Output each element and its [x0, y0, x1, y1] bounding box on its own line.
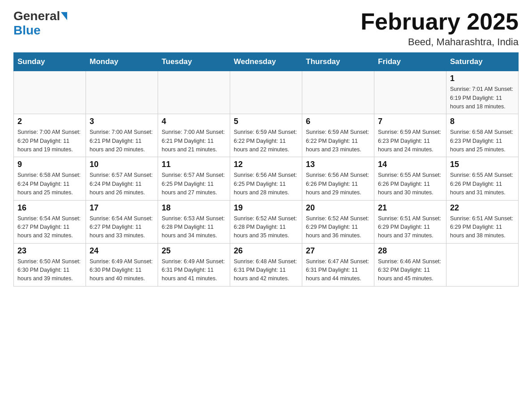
calendar-cell	[86, 71, 158, 114]
calendar-cell: 12Sunrise: 6:56 AM Sunset: 6:25 PM Dayli…	[230, 157, 302, 200]
calendar-cell: 11Sunrise: 6:57 AM Sunset: 6:25 PM Dayli…	[158, 157, 230, 200]
calendar-cell: 3Sunrise: 7:00 AM Sunset: 6:21 PM Daylig…	[86, 114, 158, 157]
calendar-week-row: 23Sunrise: 6:50 AM Sunset: 6:30 PM Dayli…	[14, 243, 519, 286]
day-info: Sunrise: 6:51 AM Sunset: 6:29 PM Dayligh…	[378, 214, 442, 240]
calendar-cell: 15Sunrise: 6:55 AM Sunset: 6:26 PM Dayli…	[446, 157, 519, 200]
day-info: Sunrise: 6:53 AM Sunset: 6:28 PM Dayligh…	[162, 214, 226, 240]
calendar-cell: 16Sunrise: 6:54 AM Sunset: 6:27 PM Dayli…	[14, 200, 86, 243]
calendar-cell: 2Sunrise: 7:00 AM Sunset: 6:20 PM Daylig…	[14, 114, 86, 157]
day-number: 4	[162, 117, 226, 126]
day-number: 24	[90, 246, 154, 256]
calendar-week-row: 2Sunrise: 7:00 AM Sunset: 6:20 PM Daylig…	[14, 114, 519, 157]
calendar-cell: 20Sunrise: 6:52 AM Sunset: 6:29 PM Dayli…	[302, 200, 374, 243]
column-header-monday: Monday	[86, 53, 158, 71]
day-number: 20	[306, 203, 370, 213]
day-info: Sunrise: 6:46 AM Sunset: 6:32 PM Dayligh…	[378, 257, 442, 283]
calendar-cell: 4Sunrise: 7:00 AM Sunset: 6:21 PM Daylig…	[158, 114, 230, 157]
page-header: General Blue February 2025 Beed, Maharas…	[13, 9, 519, 48]
calendar-cell: 19Sunrise: 6:52 AM Sunset: 6:28 PM Dayli…	[230, 200, 302, 243]
calendar-cell: 25Sunrise: 6:49 AM Sunset: 6:31 PM Dayli…	[158, 243, 230, 286]
calendar-cell	[14, 71, 86, 114]
day-info: Sunrise: 7:00 AM Sunset: 6:21 PM Dayligh…	[90, 128, 154, 154]
column-header-friday: Friday	[374, 53, 446, 71]
calendar-cell: 5Sunrise: 6:59 AM Sunset: 6:22 PM Daylig…	[230, 114, 302, 157]
calendar-cell: 17Sunrise: 6:54 AM Sunset: 6:27 PM Dayli…	[86, 200, 158, 243]
calendar-cell: 8Sunrise: 6:58 AM Sunset: 6:23 PM Daylig…	[446, 114, 519, 157]
day-number: 26	[234, 246, 298, 256]
day-number: 17	[90, 203, 154, 213]
day-info: Sunrise: 6:49 AM Sunset: 6:30 PM Dayligh…	[90, 257, 154, 283]
day-info: Sunrise: 6:57 AM Sunset: 6:25 PM Dayligh…	[162, 171, 226, 197]
day-info: Sunrise: 7:01 AM Sunset: 6:19 PM Dayligh…	[450, 85, 515, 111]
title-section: February 2025 Beed, Maharashtra, India	[360, 9, 519, 48]
day-number: 6	[306, 117, 370, 126]
day-number: 18	[162, 203, 226, 213]
calendar-cell: 18Sunrise: 6:53 AM Sunset: 6:28 PM Dayli…	[158, 200, 230, 243]
day-number: 13	[306, 160, 370, 169]
day-number: 9	[17, 160, 82, 169]
calendar-table: SundayMondayTuesdayWednesdayThursdayFrid…	[13, 52, 519, 287]
day-number: 11	[162, 160, 226, 169]
day-info: Sunrise: 6:54 AM Sunset: 6:27 PM Dayligh…	[17, 214, 82, 240]
calendar-cell: 28Sunrise: 6:46 AM Sunset: 6:32 PM Dayli…	[374, 243, 446, 286]
calendar-cell: 26Sunrise: 6:48 AM Sunset: 6:31 PM Dayli…	[230, 243, 302, 286]
day-number: 23	[17, 246, 82, 256]
day-info: Sunrise: 7:00 AM Sunset: 6:21 PM Dayligh…	[162, 128, 226, 154]
calendar-cell: 9Sunrise: 6:58 AM Sunset: 6:24 PM Daylig…	[14, 157, 86, 200]
day-number: 8	[450, 117, 515, 126]
day-info: Sunrise: 6:48 AM Sunset: 6:31 PM Dayligh…	[234, 257, 298, 283]
day-number: 2	[17, 117, 82, 126]
logo: General Blue	[13, 9, 68, 38]
calendar-cell: 23Sunrise: 6:50 AM Sunset: 6:30 PM Dayli…	[14, 243, 86, 286]
day-number: 15	[450, 160, 515, 169]
day-number: 5	[234, 117, 298, 126]
calendar-cell: 27Sunrise: 6:47 AM Sunset: 6:31 PM Dayli…	[302, 243, 374, 286]
calendar-week-row: 9Sunrise: 6:58 AM Sunset: 6:24 PM Daylig…	[14, 157, 519, 200]
day-info: Sunrise: 6:54 AM Sunset: 6:27 PM Dayligh…	[90, 214, 154, 240]
day-number: 27	[306, 246, 370, 256]
day-number: 3	[90, 117, 154, 126]
day-number: 10	[90, 160, 154, 169]
calendar-cell: 14Sunrise: 6:55 AM Sunset: 6:26 PM Dayli…	[374, 157, 446, 200]
calendar-cell	[302, 71, 374, 114]
day-number: 1	[450, 74, 515, 83]
day-info: Sunrise: 6:51 AM Sunset: 6:29 PM Dayligh…	[450, 214, 515, 240]
calendar-cell: 6Sunrise: 6:59 AM Sunset: 6:22 PM Daylig…	[302, 114, 374, 157]
day-number: 28	[378, 246, 442, 256]
logo-arrow-icon	[61, 12, 67, 20]
calendar-cell: 13Sunrise: 6:56 AM Sunset: 6:26 PM Dayli…	[302, 157, 374, 200]
day-info: Sunrise: 6:58 AM Sunset: 6:23 PM Dayligh…	[450, 128, 515, 154]
calendar-week-row: 1Sunrise: 7:01 AM Sunset: 6:19 PM Daylig…	[14, 71, 519, 114]
calendar-cell	[230, 71, 302, 114]
day-number: 7	[378, 117, 442, 126]
day-info: Sunrise: 6:52 AM Sunset: 6:28 PM Dayligh…	[234, 214, 298, 240]
day-info: Sunrise: 6:55 AM Sunset: 6:26 PM Dayligh…	[450, 171, 515, 197]
day-number: 12	[234, 160, 298, 169]
day-info: Sunrise: 6:59 AM Sunset: 6:23 PM Dayligh…	[378, 128, 442, 154]
day-info: Sunrise: 6:57 AM Sunset: 6:24 PM Dayligh…	[90, 171, 154, 197]
month-title: February 2025	[360, 9, 519, 34]
calendar-cell: 22Sunrise: 6:51 AM Sunset: 6:29 PM Dayli…	[446, 200, 519, 243]
day-info: Sunrise: 6:59 AM Sunset: 6:22 PM Dayligh…	[234, 128, 298, 154]
location-title: Beed, Maharashtra, India	[360, 36, 519, 48]
calendar-cell: 21Sunrise: 6:51 AM Sunset: 6:29 PM Dayli…	[374, 200, 446, 243]
calendar-cell: 1Sunrise: 7:01 AM Sunset: 6:19 PM Daylig…	[446, 71, 519, 114]
column-header-wednesday: Wednesday	[230, 53, 302, 71]
logo-blue-text: Blue	[13, 23, 41, 38]
calendar-cell: 7Sunrise: 6:59 AM Sunset: 6:23 PM Daylig…	[374, 114, 446, 157]
day-info: Sunrise: 6:59 AM Sunset: 6:22 PM Dayligh…	[306, 128, 370, 154]
day-info: Sunrise: 6:49 AM Sunset: 6:31 PM Dayligh…	[162, 257, 226, 283]
column-header-sunday: Sunday	[14, 53, 86, 71]
day-info: Sunrise: 6:47 AM Sunset: 6:31 PM Dayligh…	[306, 257, 370, 283]
day-info: Sunrise: 7:00 AM Sunset: 6:20 PM Dayligh…	[17, 128, 82, 154]
day-info: Sunrise: 6:56 AM Sunset: 6:25 PM Dayligh…	[234, 171, 298, 197]
day-info: Sunrise: 6:50 AM Sunset: 6:30 PM Dayligh…	[17, 257, 82, 283]
calendar-week-row: 16Sunrise: 6:54 AM Sunset: 6:27 PM Dayli…	[14, 200, 519, 243]
calendar-cell	[158, 71, 230, 114]
calendar-header-row: SundayMondayTuesdayWednesdayThursdayFrid…	[14, 53, 519, 71]
column-header-saturday: Saturday	[446, 53, 519, 71]
day-number: 16	[17, 203, 82, 213]
day-number: 25	[162, 246, 226, 256]
column-header-tuesday: Tuesday	[158, 53, 230, 71]
day-info: Sunrise: 6:58 AM Sunset: 6:24 PM Dayligh…	[17, 171, 82, 197]
